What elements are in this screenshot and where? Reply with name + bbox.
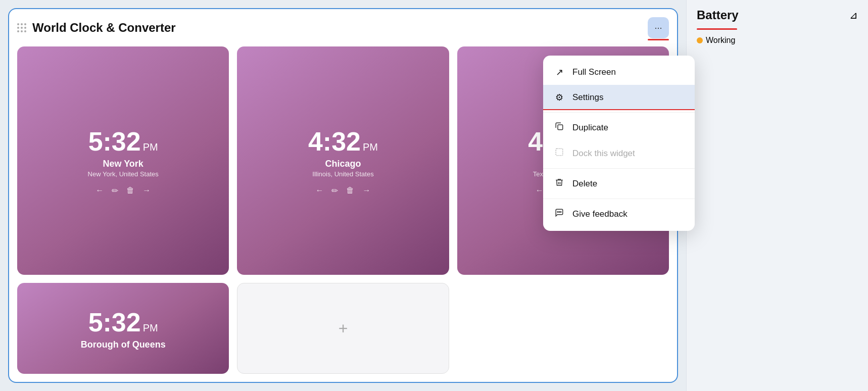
- battery-header: Battery ⊿: [687, 8, 868, 28]
- clock-card-queens: 5:32 PM Borough of Queens: [17, 283, 229, 374]
- empty-slot: [457, 283, 669, 374]
- menu-divider-2: [543, 168, 695, 169]
- dock-label: Dock this widget: [572, 149, 635, 159]
- clock-city-queens: Borough of Queens: [81, 339, 166, 350]
- menu-item-settings[interactable]: ⚙ Settings: [543, 85, 695, 110]
- edit-icon[interactable]: ✏: [112, 186, 118, 196]
- delete-icon[interactable]: 🗑: [126, 186, 134, 196]
- prev-icon[interactable]: ←: [95, 186, 104, 196]
- dock-icon: [553, 148, 565, 159]
- working-indicator: Working: [687, 30, 868, 51]
- clock-region-chicago: Illinois, United States: [312, 170, 373, 178]
- menu-item-feedback[interactable]: Give feedback: [543, 201, 695, 227]
- settings-label: Settings: [572, 92, 603, 103]
- svg-rect-1: [556, 149, 563, 156]
- delete-icon[interactable]: 🗑: [346, 186, 354, 196]
- feedback-icon: [553, 208, 565, 220]
- dropdown-menu: ↗ Full Screen ⚙ Settings Duplicate Dock …: [543, 56, 695, 231]
- clock-region-new-york: New York, United States: [88, 170, 159, 178]
- fullscreen-label: Full Screen: [572, 67, 616, 77]
- next-icon[interactable]: →: [142, 186, 151, 196]
- settings-icon: ⚙: [553, 92, 565, 103]
- prev-icon[interactable]: ←: [536, 186, 544, 196]
- working-label: Working: [706, 36, 735, 45]
- clock-time-new-york: 5:32 PM: [88, 126, 158, 157]
- widget-title: World Clock & Converter: [32, 21, 176, 35]
- more-dots-icon: ···: [654, 23, 662, 33]
- clock-time-queens: 5:32 PM: [88, 307, 158, 337]
- status-dot: [697, 37, 703, 43]
- menu-divider-3: [543, 199, 695, 199]
- menu-item-delete[interactable]: Delete: [543, 171, 695, 197]
- fullscreen-icon: ↗: [553, 67, 565, 78]
- clock-city-new-york: New York: [103, 159, 143, 169]
- svg-rect-0: [558, 125, 563, 130]
- clock-time-chicago: 4:32 PM: [308, 126, 378, 157]
- battery-title: Battery: [697, 8, 739, 22]
- widget-header: World Clock & Converter ···: [17, 17, 669, 38]
- menu-item-duplicate[interactable]: Duplicate: [543, 115, 695, 140]
- svg-point-3: [557, 212, 558, 213]
- add-clock-button[interactable]: +: [237, 283, 449, 374]
- svg-point-2: [559, 212, 560, 213]
- drag-handle[interactable]: [17, 23, 26, 32]
- clock-actions-new-york: ← ✏ 🗑 →: [95, 186, 151, 196]
- edit-icon[interactable]: ✏: [331, 186, 338, 196]
- clock-city-chicago: Chicago: [325, 159, 361, 169]
- plus-icon: +: [339, 319, 348, 338]
- clock-card-chicago: 4:32 PM Chicago Illinois, United States …: [237, 46, 449, 275]
- clock-grid-bottom: 5:32 PM Borough of Queens +: [17, 283, 669, 374]
- duplicate-label: Duplicate: [572, 123, 608, 133]
- clock-card-new-york: 5:32 PM New York New York, United States…: [17, 46, 229, 275]
- more-options-button[interactable]: ···: [648, 17, 669, 38]
- feedback-label: Give feedback: [572, 209, 628, 219]
- delete-label: Delete: [572, 179, 597, 189]
- menu-divider-1: [543, 112, 695, 113]
- duplicate-icon: [553, 122, 565, 133]
- filter-icon[interactable]: ⊿: [849, 9, 858, 21]
- next-icon[interactable]: →: [362, 186, 370, 196]
- delete-menu-icon: [553, 178, 565, 189]
- menu-item-dock: Dock this widget: [543, 140, 695, 166]
- clock-actions-chicago: ← ✏ 🗑 →: [315, 186, 370, 196]
- right-panel: Battery ⊿ Working: [686, 0, 868, 391]
- widget-title-area: World Clock & Converter: [17, 21, 176, 35]
- menu-item-fullscreen[interactable]: ↗ Full Screen: [543, 60, 695, 85]
- prev-icon[interactable]: ←: [315, 186, 323, 196]
- svg-point-4: [560, 212, 561, 213]
